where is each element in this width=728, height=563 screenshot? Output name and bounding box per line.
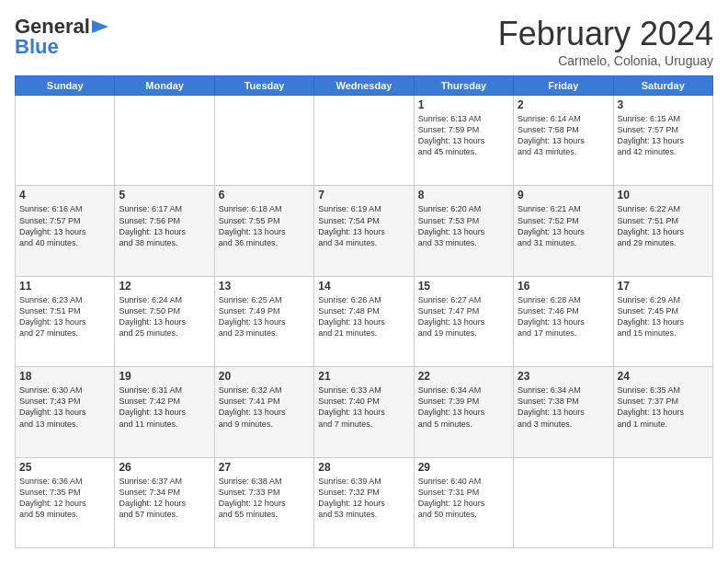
- table-cell: [115, 96, 214, 186]
- table-cell: [514, 457, 613, 547]
- day-number: 14: [318, 280, 409, 293]
- logo-arrow-icon: [92, 20, 108, 33]
- table-cell: 22Sunrise: 6:34 AMSunset: 7:39 PMDayligh…: [414, 367, 513, 457]
- day-info: Sunrise: 6:18 AMSunset: 7:55 PMDaylight:…: [219, 203, 310, 248]
- table-cell: 29Sunrise: 6:40 AMSunset: 7:31 PMDayligh…: [414, 457, 513, 547]
- day-info: Sunrise: 6:35 AMSunset: 7:37 PMDaylight:…: [618, 385, 709, 430]
- day-info: Sunrise: 6:36 AMSunset: 7:35 PMDaylight:…: [19, 476, 110, 521]
- day-info: Sunrise: 6:26 AMSunset: 7:48 PMDaylight:…: [318, 294, 409, 339]
- table-cell: 18Sunrise: 6:30 AMSunset: 7:43 PMDayligh…: [16, 367, 115, 457]
- day-info: Sunrise: 6:28 AMSunset: 7:46 PMDaylight:…: [518, 294, 609, 339]
- day-number: 26: [119, 461, 210, 474]
- table-cell: 4Sunrise: 6:16 AMSunset: 7:57 PMDaylight…: [16, 186, 115, 276]
- table-cell: 26Sunrise: 6:37 AMSunset: 7:34 PMDayligh…: [115, 457, 214, 547]
- th-saturday: Saturday: [613, 76, 712, 96]
- table-cell: 20Sunrise: 6:32 AMSunset: 7:41 PMDayligh…: [214, 367, 313, 457]
- day-info: Sunrise: 6:32 AMSunset: 7:41 PMDaylight:…: [219, 385, 310, 430]
- title-block: February 2024 Carmelo, Colonia, Uruguay: [498, 15, 713, 68]
- day-number: 25: [19, 461, 110, 474]
- week-row-1: 1Sunrise: 6:13 AMSunset: 7:59 PMDaylight…: [16, 96, 713, 186]
- table-cell: [613, 457, 712, 547]
- day-info: Sunrise: 6:34 AMSunset: 7:39 PMDaylight:…: [418, 385, 509, 430]
- day-info: Sunrise: 6:13 AMSunset: 7:59 PMDaylight:…: [418, 113, 509, 158]
- table-cell: 6Sunrise: 6:18 AMSunset: 7:55 PMDaylight…: [214, 186, 313, 276]
- day-number: 29: [418, 461, 509, 474]
- day-number: 17: [618, 280, 709, 293]
- day-number: 2: [518, 98, 609, 111]
- day-number: 19: [119, 370, 210, 383]
- table-cell: 1Sunrise: 6:13 AMSunset: 7:59 PMDaylight…: [414, 96, 513, 186]
- day-number: 1: [418, 98, 509, 111]
- day-number: 6: [219, 189, 310, 201]
- day-info: Sunrise: 6:33 AMSunset: 7:40 PMDaylight:…: [318, 385, 409, 430]
- day-info: Sunrise: 6:30 AMSunset: 7:43 PMDaylight:…: [19, 385, 110, 430]
- th-wednesday: Wednesday: [314, 76, 414, 96]
- day-info: Sunrise: 6:21 AMSunset: 7:52 PMDaylight:…: [518, 203, 609, 248]
- day-info: Sunrise: 6:15 AMSunset: 7:57 PMDaylight:…: [618, 113, 709, 158]
- header: General Blue February 2024 Carmelo, Colo…: [15, 15, 713, 68]
- month-title: February 2024: [498, 15, 713, 53]
- day-info: Sunrise: 6:40 AMSunset: 7:31 PMDaylight:…: [418, 476, 509, 521]
- day-number: 13: [219, 280, 310, 293]
- day-number: 18: [19, 370, 110, 383]
- table-cell: 8Sunrise: 6:20 AMSunset: 7:53 PMDaylight…: [414, 186, 513, 276]
- day-number: 9: [518, 189, 609, 201]
- day-number: 11: [19, 280, 110, 293]
- table-cell: 25Sunrise: 6:36 AMSunset: 7:35 PMDayligh…: [16, 457, 115, 547]
- table-cell: 21Sunrise: 6:33 AMSunset: 7:40 PMDayligh…: [314, 367, 414, 457]
- day-number: 20: [219, 370, 310, 383]
- table-cell: 28Sunrise: 6:39 AMSunset: 7:32 PMDayligh…: [314, 457, 414, 547]
- th-tuesday: Tuesday: [214, 76, 313, 96]
- table-cell: 3Sunrise: 6:15 AMSunset: 7:57 PMDaylight…: [613, 96, 712, 186]
- table-cell: 24Sunrise: 6:35 AMSunset: 7:37 PMDayligh…: [613, 367, 712, 457]
- day-info: Sunrise: 6:27 AMSunset: 7:47 PMDaylight:…: [418, 294, 509, 339]
- day-number: 23: [518, 370, 609, 383]
- day-number: 12: [119, 280, 210, 293]
- day-info: Sunrise: 6:34 AMSunset: 7:38 PMDaylight:…: [518, 385, 609, 430]
- table-cell: 2Sunrise: 6:14 AMSunset: 7:58 PMDaylight…: [514, 96, 613, 186]
- day-info: Sunrise: 6:29 AMSunset: 7:45 PMDaylight:…: [618, 294, 709, 339]
- th-sunday: Sunday: [16, 76, 115, 96]
- day-info: Sunrise: 6:38 AMSunset: 7:33 PMDaylight:…: [219, 476, 310, 521]
- week-row-4: 18Sunrise: 6:30 AMSunset: 7:43 PMDayligh…: [16, 367, 713, 457]
- day-info: Sunrise: 6:31 AMSunset: 7:42 PMDaylight:…: [119, 385, 210, 430]
- day-number: 21: [318, 370, 409, 383]
- week-row-2: 4Sunrise: 6:16 AMSunset: 7:57 PMDaylight…: [16, 186, 713, 276]
- day-number: 5: [119, 189, 210, 201]
- calendar: Sunday Monday Tuesday Wednesday Thursday…: [15, 75, 713, 548]
- week-row-5: 25Sunrise: 6:36 AMSunset: 7:35 PMDayligh…: [16, 457, 713, 547]
- table-cell: 15Sunrise: 6:27 AMSunset: 7:47 PMDayligh…: [414, 276, 513, 366]
- day-info: Sunrise: 6:25 AMSunset: 7:49 PMDaylight:…: [219, 294, 310, 339]
- day-number: 22: [418, 370, 509, 383]
- th-friday: Friday: [514, 76, 613, 96]
- table-cell: 17Sunrise: 6:29 AMSunset: 7:45 PMDayligh…: [613, 276, 712, 366]
- day-info: Sunrise: 6:23 AMSunset: 7:51 PMDaylight:…: [19, 294, 110, 339]
- table-cell: 12Sunrise: 6:24 AMSunset: 7:50 PMDayligh…: [115, 276, 214, 366]
- day-info: Sunrise: 6:19 AMSunset: 7:54 PMDaylight:…: [318, 203, 409, 248]
- table-cell: 14Sunrise: 6:26 AMSunset: 7:48 PMDayligh…: [314, 276, 414, 366]
- table-cell: 5Sunrise: 6:17 AMSunset: 7:56 PMDaylight…: [115, 186, 214, 276]
- day-number: 4: [19, 189, 110, 201]
- day-info: Sunrise: 6:39 AMSunset: 7:32 PMDaylight:…: [318, 476, 409, 521]
- table-cell: 11Sunrise: 6:23 AMSunset: 7:51 PMDayligh…: [16, 276, 115, 366]
- table-cell: [16, 96, 115, 186]
- day-info: Sunrise: 6:20 AMSunset: 7:53 PMDaylight:…: [418, 203, 509, 248]
- th-monday: Monday: [115, 76, 214, 96]
- table-cell: 9Sunrise: 6:21 AMSunset: 7:52 PMDaylight…: [514, 186, 613, 276]
- day-number: 28: [318, 461, 409, 474]
- day-number: 3: [618, 98, 709, 111]
- day-number: 16: [518, 280, 609, 293]
- day-info: Sunrise: 6:22 AMSunset: 7:51 PMDaylight:…: [618, 203, 709, 248]
- day-number: 27: [219, 461, 310, 474]
- table-cell: 16Sunrise: 6:28 AMSunset: 7:46 PMDayligh…: [514, 276, 613, 366]
- table-cell: [214, 96, 313, 186]
- day-number: 24: [618, 370, 709, 383]
- day-info: Sunrise: 6:37 AMSunset: 7:34 PMDaylight:…: [119, 476, 210, 521]
- day-info: Sunrise: 6:17 AMSunset: 7:56 PMDaylight:…: [119, 203, 210, 248]
- table-cell: [314, 96, 414, 186]
- table-cell: 7Sunrise: 6:19 AMSunset: 7:54 PMDaylight…: [314, 186, 414, 276]
- table-cell: 10Sunrise: 6:22 AMSunset: 7:51 PMDayligh…: [613, 186, 712, 276]
- day-number: 15: [418, 280, 509, 293]
- day-info: Sunrise: 6:24 AMSunset: 7:50 PMDaylight:…: [119, 294, 210, 339]
- table-cell: 23Sunrise: 6:34 AMSunset: 7:38 PMDayligh…: [514, 367, 613, 457]
